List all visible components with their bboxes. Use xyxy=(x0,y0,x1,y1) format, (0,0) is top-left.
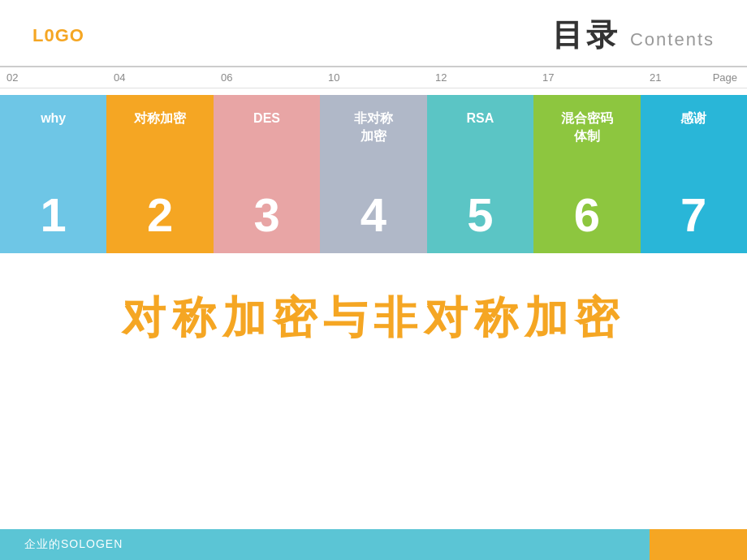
cell-5-title: RSA xyxy=(467,110,494,127)
cell-3: DES 3 xyxy=(214,95,320,253)
title-cn: 目录 xyxy=(552,15,620,56)
cell-7: 感谢 7 xyxy=(641,95,747,253)
logo: L0GO xyxy=(32,25,84,46)
footer-left: 企业的SOLOGEN xyxy=(0,529,650,560)
cell-2: 对称加密 2 xyxy=(106,95,213,253)
title-en: Contents xyxy=(630,29,715,50)
cell-6-number: 6 xyxy=(574,192,600,239)
cell-7-number: 7 xyxy=(680,192,706,239)
page-label: Page xyxy=(713,71,741,84)
cell-5: RSA 5 xyxy=(427,95,533,253)
cell-3-number: 3 xyxy=(253,192,279,239)
main-title: 对称加密与非对称加密 xyxy=(122,289,625,348)
cell-1-number: 1 xyxy=(41,192,67,239)
cell-4: 非对称 加密 4 xyxy=(320,95,426,253)
page-num-04: 04 xyxy=(114,71,221,84)
page-num-12: 12 xyxy=(435,71,542,84)
footer-text: 企业的SOLOGEN xyxy=(24,537,123,552)
cell-1-title: why xyxy=(41,110,66,127)
cell-3-title: DES xyxy=(253,110,280,127)
cell-4-number: 4 xyxy=(361,192,386,239)
cell-4-title: 非对称 加密 xyxy=(354,110,393,146)
main-title-area: 对称加密与非对称加密 xyxy=(0,253,747,383)
cell-2-number: 2 xyxy=(147,192,173,239)
header: L0GO 目录 Contents xyxy=(0,0,747,66)
page-num-17: 17 xyxy=(542,71,650,84)
footer: 企业的SOLOGEN xyxy=(0,529,747,560)
page-num-06: 06 xyxy=(221,71,328,84)
page-num-10: 10 xyxy=(328,71,435,84)
cell-6: 混合密码 体制 6 xyxy=(533,95,640,253)
page-num-21: 21 xyxy=(650,71,698,84)
cell-7-title: 感谢 xyxy=(680,110,706,127)
cell-1: why 1 xyxy=(0,95,106,253)
content-table: why 1 对称加密 2 DES 3 非对称 加密 4 RSA 5 混合密码 体… xyxy=(0,95,747,253)
title-area: 目录 Contents xyxy=(552,15,715,56)
cell-5-number: 5 xyxy=(467,192,493,239)
cell-2-title: 对称加密 xyxy=(134,110,186,127)
page-numbers-row: 02 04 06 10 12 17 21 Page xyxy=(0,66,747,88)
page-num-02: 02 xyxy=(6,71,114,84)
footer-right xyxy=(650,529,747,560)
cell-6-title: 混合密码 体制 xyxy=(561,110,613,146)
